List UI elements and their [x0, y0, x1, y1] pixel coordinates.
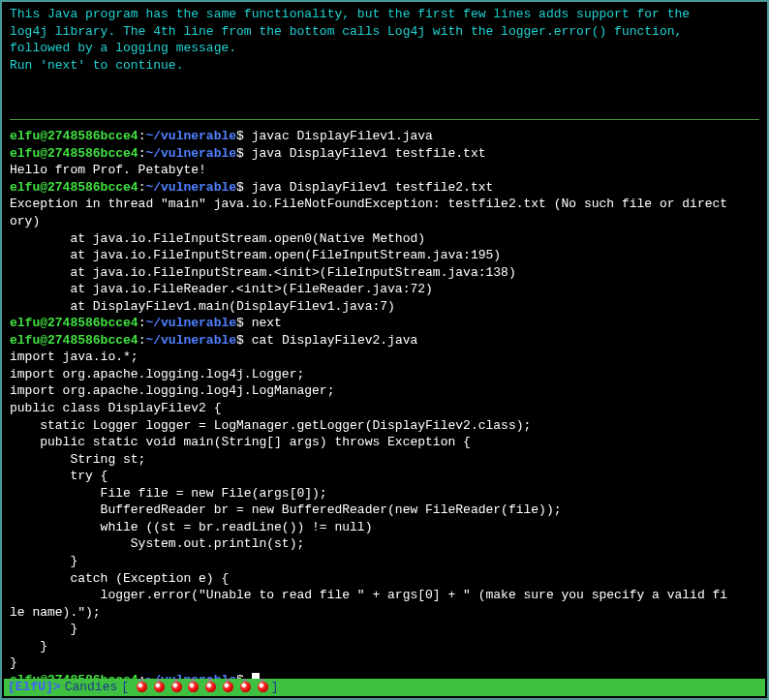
command-text: java DisplayFilev1 testfile.txt	[244, 146, 486, 161]
java-code-line: }	[10, 654, 759, 672]
intro-line: followed by a logging message.	[10, 40, 759, 57]
intro-line: This Java program has the same functiona…	[10, 6, 759, 23]
java-code-line: File file = new File(args[0]);	[10, 485, 759, 502]
candy-icon	[205, 682, 216, 692]
candy-icon	[154, 682, 165, 692]
java-code-line: System.out.println(st);	[10, 535, 759, 553]
status-tag: [ElfU]	[8, 679, 53, 696]
user-host: elfu@2748586bcce4	[10, 333, 138, 348]
user-host: elfu@2748586bcce4	[10, 146, 138, 161]
cwd-path: ~/vulnerable	[145, 146, 236, 161]
command-text: javac DisplayFilev1.java	[244, 129, 433, 143]
java-code-line: public static void main(String[] args) t…	[10, 434, 759, 451]
candy-icon	[171, 682, 182, 692]
prompt-line: elfu@2748586bcce4:~/vulnerable$ next	[10, 315, 759, 332]
command-text: cat DisplayFilev2.java	[244, 333, 417, 348]
candy-icon	[240, 682, 251, 692]
cwd-path: ~/vulnerable	[145, 316, 236, 330]
java-code-line: import java.io.*;	[10, 349, 759, 366]
candy-icon	[223, 682, 233, 692]
prompt-line: elfu@2748586bcce4:~/vulnerable$ cat Disp…	[10, 332, 759, 350]
status-label: Candies	[65, 679, 118, 696]
command-text: next	[244, 316, 282, 330]
java-code-line: static Logger logger = LogManager.getLog…	[10, 417, 759, 435]
stacktrace-line: at java.io.FileReader.<init>(FileReader.…	[10, 281, 759, 298]
output-line: Hello from Prof. Petabyte!	[10, 162, 759, 179]
stacktrace-line: at java.io.FileInputStream.open(FileInpu…	[10, 247, 759, 264]
cwd-path: ~/vulnerable	[145, 129, 236, 143]
java-code-line: }	[10, 638, 759, 655]
intro-message: This Java program has the same functiona…	[10, 6, 759, 74]
candy-icon	[258, 682, 268, 692]
java-code-line: le name).");	[10, 604, 759, 622]
user-host: elfu@2748586bcce4	[10, 316, 138, 330]
java-code-line: import org.apache.logging.log4j.LogManag…	[10, 382, 759, 400]
java-code-line: logger.error("Unable to read file " + ar…	[10, 587, 759, 604]
java-code-line: while ((st = br.readLine()) != null)	[10, 519, 759, 536]
user-host: elfu@2748586bcce4	[10, 180, 138, 195]
prompt-line: elfu@2748586bcce4:~/vulnerable$ java Dis…	[10, 145, 759, 163]
prompt-line: elfu@2748586bcce4:~/vulnerable$ javac Di…	[10, 128, 759, 145]
intro-line: log4j library. The 4th line from the bot…	[10, 23, 759, 41]
command-text: java DisplayFilev1 testfile2.txt	[244, 180, 493, 195]
terminal-window[interactable]: This Java program has the same functiona…	[0, 0, 769, 700]
intro-line: Run 'next' to continue.	[10, 57, 759, 75]
cwd-path: ~/vulnerable	[145, 333, 236, 348]
stacktrace-line: at java.io.FileInputStream.<init>(FileIn…	[10, 264, 759, 282]
exception-line: ory)	[10, 213, 759, 230]
java-code-line: }	[10, 553, 759, 570]
candy-icon	[137, 682, 147, 692]
stacktrace-line: at DisplayFilev1.main(DisplayFilev1.java…	[10, 298, 759, 316]
candy-icons	[137, 679, 267, 696]
bracket-open: [	[121, 679, 129, 696]
separator-line	[10, 119, 759, 120]
java-code-line: catch (Exception e) {	[10, 570, 759, 588]
user-host: elfu@2748586bcce4	[10, 129, 138, 143]
cwd-path: ~/vulnerable	[145, 180, 236, 195]
gt-icon: >	[53, 679, 61, 696]
java-code-line: public class DisplayFilev2 {	[10, 400, 759, 417]
java-code-line: BufferedReader br = new BufferedReader(n…	[10, 502, 759, 519]
java-code-line: import org.apache.logging.log4j.Logger;	[10, 366, 759, 383]
candy-icon	[188, 682, 199, 692]
stacktrace-line: at java.io.FileInputStream.open0(Native …	[10, 230, 759, 248]
bracket-close: ]	[271, 679, 279, 696]
java-code-line: String st;	[10, 451, 759, 469]
java-code-line: try {	[10, 468, 759, 485]
exception-line: Exception in thread "main" java.io.FileN…	[10, 196, 759, 213]
status-bar: [ElfU]> Candies [ ]	[4, 679, 765, 696]
prompt-line: elfu@2748586bcce4:~/vulnerable$ java Dis…	[10, 179, 759, 197]
java-code-line: }	[10, 621, 759, 638]
